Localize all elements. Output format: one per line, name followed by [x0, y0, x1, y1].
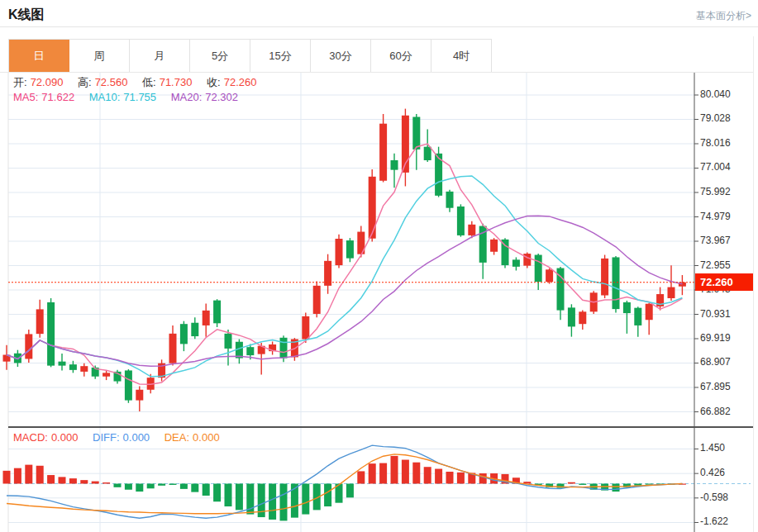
ma10-value: 71.755 — [123, 91, 156, 103]
low-value: 71.730 — [160, 76, 193, 88]
price-axis-label-1: 79.028 — [700, 112, 751, 124]
close-value: 72.260 — [224, 76, 257, 88]
current-price-tag: 72.260 — [695, 273, 754, 291]
price-axis-label-2: 78.016 — [700, 137, 751, 149]
price-axis-label-6: 73.967 — [700, 235, 751, 246]
ma20-value: 72.302 — [205, 91, 238, 103]
kline-macd-canvas[interactable] — [0, 73, 758, 532]
low-label: 低: — [142, 76, 156, 88]
ohlc-info-row: 开:72.090 高:72.560 低:71.730 收:72.260 — [13, 75, 260, 90]
macd-axis-label-2: -0.598 — [700, 492, 751, 503]
tab-item-5[interactable]: 30分 — [311, 40, 371, 73]
high-label: 高: — [78, 76, 92, 88]
tab-item-4[interactable]: 15分 — [250, 40, 311, 73]
tab-item-6[interactable]: 60分 — [371, 40, 431, 73]
macd-info-row: MACD:0.000 DIFF:0.000 DEA:0.000 — [13, 431, 223, 444]
diff-value: 0.000 — [123, 431, 150, 444]
page-title: K线图 — [8, 7, 45, 21]
macd-axis-label-0: 1.450 — [700, 442, 751, 454]
macd-value: 0.000 — [51, 431, 79, 444]
high-value: 72.560 — [95, 76, 128, 88]
macd-axis-label-1: 0.426 — [700, 467, 751, 478]
fundamental-analysis-link[interactable]: 基本面分析> — [696, 8, 751, 23]
price-axis-label-12: 67.895 — [700, 381, 751, 392]
open-label: 开: — [13, 76, 27, 88]
dea-value: 0.000 — [193, 431, 220, 444]
ma-info-row: MA5:71.622 MA10:71.755 MA20:72.302 — [13, 91, 241, 103]
tab-item-0[interactable]: 日 — [9, 40, 69, 73]
ma20-label: MA20: — [171, 91, 203, 103]
tab-item-7[interactable]: 4时 — [431, 40, 492, 73]
container-right-border — [753, 36, 754, 532]
open-value: 72.090 — [31, 76, 64, 88]
tab-item-1[interactable]: 周 — [69, 40, 130, 73]
tab-item-2[interactable]: 月 — [130, 40, 190, 73]
ma5-label: MA5: — [13, 91, 38, 103]
page-header: K线图 基本面分析> — [8, 5, 753, 25]
ma10-label: MA10: — [89, 91, 121, 103]
macd-axis-label-3: -1.622 — [700, 515, 751, 527]
close-label: 收: — [207, 76, 221, 88]
price-axis-label-9: 70.931 — [700, 308, 751, 320]
price-axis-label-11: 68.907 — [700, 356, 751, 368]
period-tab-bar: 日周月5分15分30分60分4时 — [8, 39, 492, 73]
title-divider — [0, 26, 758, 27]
diff-label: DIFF: — [93, 431, 120, 444]
price-axis-label-5: 74.979 — [700, 211, 751, 222]
dea-label: DEA: — [164, 431, 189, 444]
ma5-value: 71.622 — [41, 91, 74, 103]
price-axis-label-7: 72.955 — [700, 259, 751, 271]
price-axis-label-10: 69.919 — [700, 332, 751, 344]
tab-item-3[interactable]: 5分 — [190, 40, 250, 73]
price-axis-label-3: 77.004 — [700, 161, 751, 173]
price-axis-label-0: 80.040 — [700, 88, 751, 100]
price-axis-label-4: 75.992 — [700, 186, 751, 197]
price-axis-label-13: 66.882 — [700, 406, 751, 417]
macd-label: MACD: — [13, 431, 48, 444]
kline-page: K线图 基本面分析> 日周月5分15分30分60分4时 开:72.090 高:7… — [0, 0, 758, 532]
chart-area: 开:72.090 高:72.560 低:71.730 收:72.260 MA5:… — [0, 73, 758, 532]
